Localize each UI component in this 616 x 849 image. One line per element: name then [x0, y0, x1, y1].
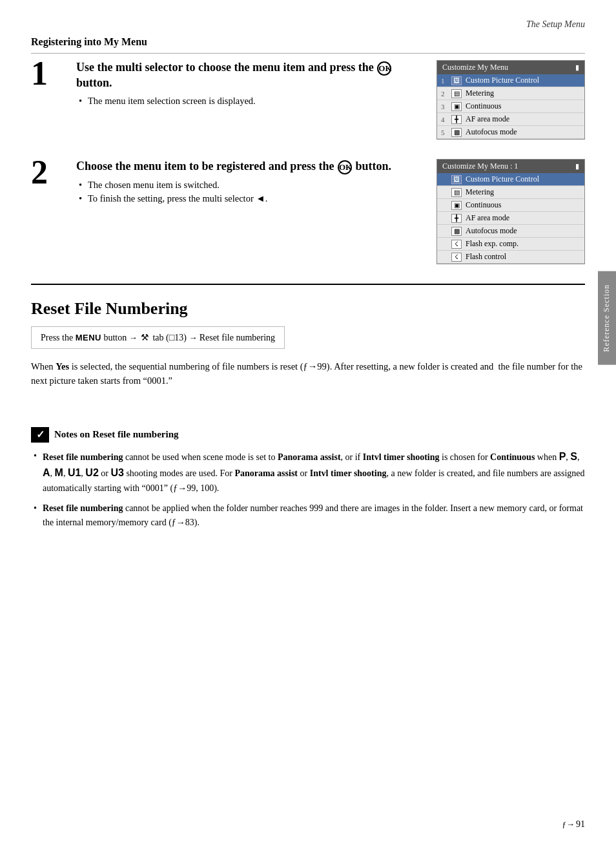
page-number: 91 — [576, 819, 585, 830]
arrow1: → — [129, 333, 139, 342]
notes-icon: ✓ — [31, 427, 49, 443]
menu1-item2: 2 ▤ Metering — [437, 87, 584, 100]
menu1-item1-icon: 🖼 — [451, 76, 462, 85]
step2-bullet1: The chosen menu item is switched. — [76, 180, 424, 191]
menu2-item3-icon: ▣ — [451, 201, 462, 210]
menu1-item5: 5 ▩ Autofocus mode — [437, 126, 584, 139]
menu1-item2-icon: ▤ — [451, 89, 462, 98]
step1-heading: Use the multi selector to choose the men… — [76, 60, 424, 90]
menu1-item3: 3 ▣ Continuous — [437, 100, 584, 113]
step1-content: Use the multi selector to choose the men… — [76, 60, 424, 109]
menu2-item7: ☇ Flash control — [437, 251, 584, 264]
page-header: The Setup Menu — [31, 19, 585, 30]
header-title: The Setup Menu — [526, 19, 585, 29]
menu2-item5: ▩ Autofocus mode — [437, 225, 584, 238]
notes-bullets: Reset file numbering cannot be used when… — [31, 449, 585, 530]
notes-section: ✓ Notes on Reset file numbering Reset fi… — [31, 427, 585, 530]
notes-heading: Notes on Reset file numbering — [54, 429, 178, 440]
menu2-item3: ▣ Continuous — [437, 199, 584, 212]
step1-row: 1 Use the multi selector to choose the m… — [31, 60, 585, 140]
step2-row: 2 Choose the menu item to be registered … — [31, 159, 585, 264]
notes-bullet2: Reset file numbering cannot be applied w… — [31, 501, 585, 529]
menu2-item6-icon: ☇ — [451, 240, 462, 249]
menu2-item2: ▤ Metering — [437, 186, 584, 199]
menu1-screenshot: Customize My Menu ▮ 1 🖼 Custom Picture C… — [436, 60, 585, 140]
menu2-title: Customize My Menu : 1 ▮ — [437, 160, 584, 173]
ok-button-icon: OK — [377, 61, 391, 76]
step1-bullets: The menu item selection screen is displa… — [76, 96, 424, 107]
notes-title-row: ✓ Notes on Reset file numbering — [31, 427, 585, 443]
page-footer: ƒ→ 91 — [562, 819, 586, 830]
menu1-item3-icon: ▣ — [451, 102, 462, 111]
section-reset: Reset File Numbering Press the MENU butt… — [31, 299, 585, 388]
menu2-icon: ▮ — [575, 162, 579, 171]
menu2-item1-icon: 🖼 — [451, 175, 462, 184]
step2-bullet2: To finish the setting, press the multi s… — [76, 193, 424, 204]
camera-menu2: Customize My Menu : 1 ▮ 🖼 Custom Picture… — [436, 159, 585, 264]
step1-number: 1 — [31, 57, 63, 90]
section-divider — [31, 284, 585, 285]
camera-menu1: Customize My Menu ▮ 1 🖼 Custom Picture C… — [436, 60, 585, 140]
menu-word: MENU — [76, 333, 101, 342]
section-registering: Registering into My Menu 1 Use the multi… — [31, 36, 585, 264]
menu1-item4: 4 ╋ AF area mode — [437, 113, 584, 126]
page-icon: ƒ→ — [562, 819, 575, 830]
section2-title: Reset File Numbering — [31, 299, 585, 319]
menu2-item2-icon: ▤ — [451, 188, 462, 197]
section1-title: Registering into My Menu — [31, 36, 585, 48]
step2-content: Choose the menu item to be registered an… — [76, 159, 424, 207]
menu2-screenshot: Customize My Menu : 1 ▮ 🖼 Custom Picture… — [436, 159, 585, 264]
section2-body: When Yes is selected, the sequential num… — [31, 359, 585, 388]
step2-bullets: The chosen menu item is switched. To fin… — [76, 180, 424, 204]
wrench-icon: ⚒ — [141, 332, 149, 343]
step2-number: 2 — [31, 156, 63, 189]
menu1-icon: ▮ — [575, 63, 579, 72]
step1-bullet1: The menu item selection screen is displa… — [76, 96, 424, 107]
menu1-item1: 1 🖼 Custom Picture Control — [437, 74, 584, 87]
reference-section-tab: Reference Section — [598, 271, 616, 365]
menu2-item5-icon: ▩ — [451, 227, 462, 236]
menu2-item1: 🖼 Custom Picture Control — [437, 173, 584, 186]
menu2-item4: ╋ AF area mode — [437, 212, 584, 225]
menu2-item7-icon: ☇ — [451, 253, 462, 262]
menu1-item5-icon: ▩ — [451, 128, 462, 137]
ok-button-icon2: OK — [338, 160, 352, 174]
menu2-item4-icon: ╋ — [451, 214, 462, 223]
menu1-item4-icon: ╋ — [451, 115, 462, 124]
menu2-item6: ☇ Flash exp. comp. — [437, 238, 584, 251]
menu1-title: Customize My Menu ▮ — [437, 61, 584, 74]
notes-bullet1: Reset file numbering cannot be used when… — [31, 449, 585, 495]
section1-rule — [31, 53, 585, 54]
menu-path-box: Press the MENU button → ⚒ tab (□13) → Re… — [31, 326, 285, 349]
step2-heading: Choose the menu item to be registered an… — [76, 159, 424, 174]
arrow2: → — [189, 333, 199, 342]
